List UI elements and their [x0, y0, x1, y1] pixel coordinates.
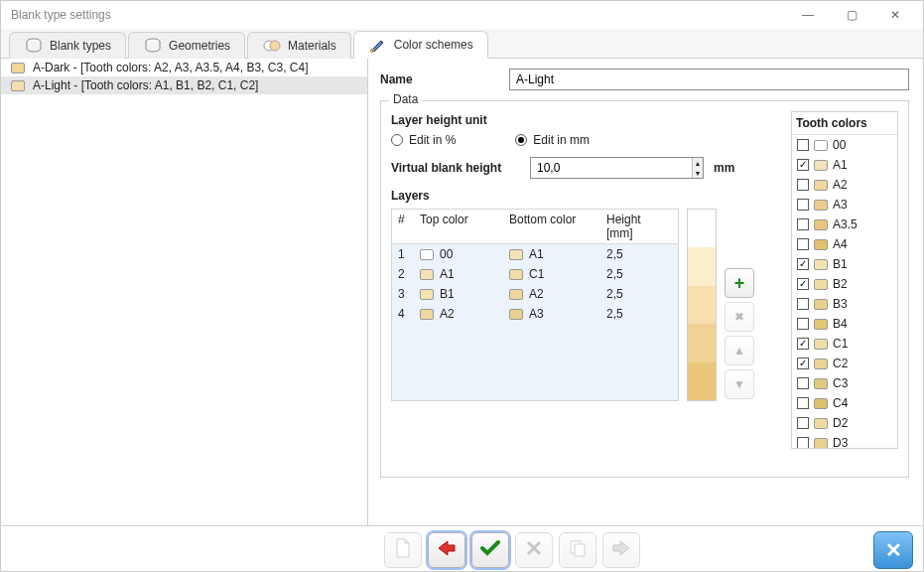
tab-materials[interactable]: Materials [247, 32, 351, 59]
tooth-colors-title: Tooth colors [792, 112, 897, 135]
tooth-color-row[interactable]: D2 [792, 413, 897, 433]
plus-icon: + [734, 273, 745, 294]
swatch-icon [814, 418, 828, 429]
col-bottom: Bottom color [503, 210, 600, 243]
checkbox[interactable] [797, 338, 809, 350]
cell-top-color[interactable]: A2 [414, 304, 503, 324]
name-input[interactable] [509, 69, 909, 90]
tooth-color-row[interactable]: A4 [792, 234, 897, 254]
checkbox[interactable] [797, 139, 809, 151]
minimize-button[interactable]: — [786, 1, 830, 29]
tooth-color-row[interactable]: B4 [792, 314, 897, 334]
scheme-item[interactable]: A-Light - [Tooth colors: A1, B1, B2, C1,… [1, 76, 367, 94]
radio-edit-percent[interactable]: Edit in % [391, 133, 456, 147]
tooth-color-row[interactable]: A1 [792, 155, 897, 175]
tooth-color-row[interactable]: B1 [792, 254, 897, 274]
tooth-color-row[interactable]: B2 [792, 274, 897, 294]
scheme-item[interactable]: A-Dark - [Tooth colors: A2, A3, A3.5, A4… [1, 59, 367, 76]
cell-bottom-color[interactable]: A3 [503, 304, 600, 324]
tooth-colors-panel: Tooth colors 00A1A2A3A3.5A4B1B2B3B4C1C2C… [791, 111, 898, 449]
tooth-color-label: C4 [833, 396, 848, 410]
tab-geometries[interactable]: Geometries [128, 32, 245, 59]
copy-button[interactable] [559, 532, 596, 568]
cylinder-icon [24, 37, 44, 55]
checkbox[interactable] [797, 397, 809, 409]
preview-segment [688, 286, 716, 324]
swatch-icon [814, 398, 828, 409]
tooth-color-row[interactable]: C2 [792, 354, 897, 373]
tooth-color-row[interactable]: A2 [792, 175, 897, 195]
new-button[interactable] [384, 532, 422, 568]
cell-bottom-color[interactable]: A1 [503, 244, 600, 264]
tooth-colors-list[interactable]: 00A1A2A3A3.5A4B1B2B3B4C1C2C3C4D2D3D4 [792, 135, 897, 448]
maximize-button[interactable]: ▢ [830, 1, 873, 29]
move-up-button[interactable]: ▲ [725, 336, 754, 365]
tab-blank-types[interactable]: Blank types [9, 32, 126, 59]
tooth-color-row[interactable]: 00 [792, 135, 897, 155]
tooth-color-row[interactable]: C3 [792, 373, 897, 393]
layer-row[interactable]: 3B1A22,5 [392, 284, 678, 304]
tooth-color-row[interactable]: D3 [792, 433, 897, 448]
cell-bottom-color[interactable]: A2 [503, 284, 600, 304]
cell-height[interactable]: 2,5 [600, 264, 676, 284]
tooth-color-row[interactable]: C1 [792, 334, 897, 354]
layer-row[interactable]: 2A1C12,5 [392, 264, 678, 284]
tooth-color-label: B4 [833, 317, 848, 331]
close-button[interactable]: ✕ [873, 1, 917, 29]
swatch-icon [11, 80, 25, 91]
layers-label: Layers [391, 189, 779, 203]
tooth-color-row[interactable]: A3.5 [792, 214, 897, 234]
virtual-blank-height-label: Virtual blank height [391, 161, 520, 175]
cell-top-color[interactable]: A1 [414, 264, 503, 284]
layers-table[interactable]: # Top color Bottom color Height [mm] 100… [391, 209, 679, 401]
spin-down-icon[interactable]: ▼ [693, 168, 703, 178]
radio-edit-mm[interactable]: Edit in mm [515, 133, 590, 147]
checkbox[interactable] [797, 437, 809, 448]
move-down-button[interactable]: ▼ [725, 369, 754, 399]
layer-row[interactable]: 100A12,5 [392, 244, 678, 264]
tooth-color-label: C1 [833, 337, 848, 351]
delete-icon: ✖ [734, 310, 744, 324]
checkbox[interactable] [797, 358, 809, 369]
checkbox[interactable] [797, 377, 809, 389]
cell-top-color[interactable]: 00 [414, 244, 503, 264]
tooth-color-row[interactable]: B3 [792, 294, 897, 314]
tooth-color-label: C3 [833, 376, 848, 390]
swatch-icon [814, 219, 828, 230]
checkbox[interactable] [797, 179, 809, 191]
checkbox[interactable] [797, 199, 809, 211]
close-dialog-button[interactable]: ✕ [873, 531, 913, 569]
swatch-icon [509, 309, 523, 320]
checkbox[interactable] [797, 278, 809, 290]
checkbox[interactable] [797, 218, 809, 230]
layer-row[interactable]: 4A2A32,5 [392, 304, 678, 324]
forward-button[interactable] [602, 532, 640, 568]
checkbox[interactable] [797, 318, 809, 330]
tooth-color-label: B2 [833, 277, 848, 291]
tab-color-schemes[interactable]: Color schemes [353, 31, 488, 59]
back-button[interactable] [428, 532, 465, 568]
tooth-color-row[interactable]: C4 [792, 393, 897, 413]
cell-height[interactable]: 2,5 [600, 284, 676, 304]
apply-button[interactable] [471, 532, 509, 568]
checkbox[interactable] [797, 159, 809, 171]
spin-up-icon[interactable]: ▲ [693, 158, 703, 168]
add-layer-button[interactable]: + [725, 268, 754, 298]
cell-height[interactable]: 2,5 [600, 304, 676, 324]
cell-top-color[interactable]: B1 [414, 284, 503, 304]
svg-point-3 [270, 41, 280, 51]
delete-layer-button[interactable]: ✖ [725, 302, 754, 332]
cell-height[interactable]: 2,5 [600, 244, 676, 264]
virtual-blank-height-input[interactable]: ▲ ▼ [530, 157, 704, 179]
tooth-color-row[interactable]: A3 [792, 195, 897, 214]
checkbox[interactable] [797, 298, 809, 310]
cell-bottom-color[interactable]: C1 [503, 264, 600, 284]
name-label: Name [380, 72, 499, 86]
checkbox[interactable] [797, 258, 809, 270]
swatch-icon [420, 309, 434, 320]
checkbox[interactable] [797, 417, 809, 429]
vbh-field[interactable] [531, 158, 692, 178]
checkbox[interactable] [797, 238, 809, 250]
delete-button[interactable] [515, 532, 553, 568]
col-height: Height [mm] [600, 210, 676, 243]
